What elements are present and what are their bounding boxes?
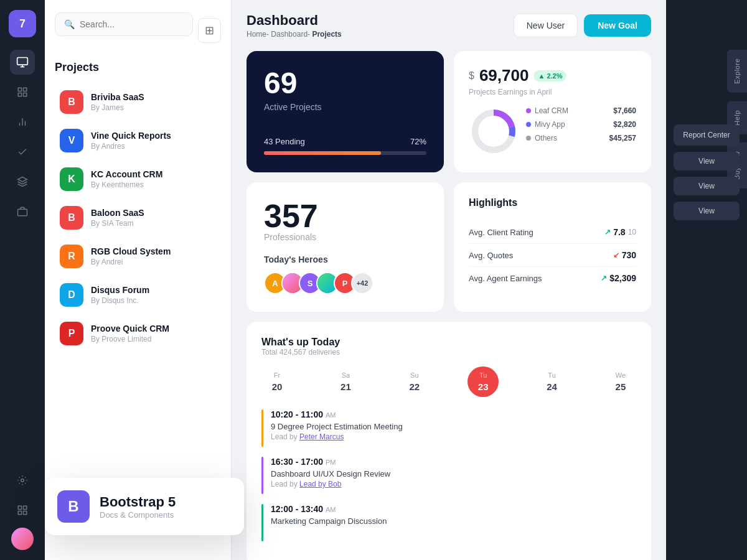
stats-row: 357 Professionals Today's Heroes A S P +… [247, 182, 651, 312]
event-name: Dashboard UI/UX Design Review [271, 469, 390, 478]
sidebar-icon-layers[interactable] [10, 169, 35, 194]
project-info: Proove Quick CRM By Proove Limited [91, 324, 216, 343]
view-button-3[interactable]: View [674, 202, 740, 220]
progress-info: 43 Pending 72% [264, 137, 426, 146]
earnings-amount: 69,700 [479, 66, 529, 85]
project-name: RGB Cloud System [91, 246, 216, 256]
calendar-day[interactable]: Fr20 [261, 366, 293, 397]
search-row: 🔍 ⊞ [55, 12, 221, 49]
project-logo: B [60, 90, 83, 114]
event-person-link[interactable]: Lead by Bob [299, 480, 341, 488]
project-item[interactable]: R RGB Cloud System By Andrei [55, 238, 221, 274]
event-person-link[interactable]: Peter Marcus [299, 432, 344, 441]
active-projects-card: 69 Active Projects 43 Pending 72% [247, 51, 444, 172]
sidebar-icon-chart[interactable] [10, 110, 35, 134]
progress-label: 43 Pending [264, 137, 305, 146]
sidebar-icon-widgets[interactable] [10, 498, 35, 523]
new-goal-button[interactable]: New Goal [584, 14, 651, 37]
highlight-val-rating: ↗ 7.8 10 [604, 227, 636, 237]
earnings-badge: ▲ 2.2% [533, 70, 566, 82]
view-button-2[interactable]: View [674, 177, 740, 195]
project-name: Vine Quick Reports [91, 131, 216, 141]
project-item[interactable]: K KC Account CRM By Keenthemes [55, 161, 221, 197]
project-info: RGB Cloud System By Andrei [91, 246, 216, 266]
project-name: KC Account CRM [91, 169, 216, 179]
calendar-title: What's up Today [261, 337, 636, 348]
project-item[interactable]: B Baloon SaaS By SIA Team [55, 200, 221, 236]
event-details: 12:00 - 13:40 AM Marketing Campaign Disc… [271, 504, 387, 527]
legend-row-others: Others $45,257 [526, 134, 636, 142]
project-name: Disqus Forum [91, 285, 216, 295]
user-avatar[interactable] [11, 528, 34, 550]
calendar-day[interactable]: Sa21 [330, 366, 361, 397]
highlight-row-rating: Avg. Client Rating ↗ 7.8 10 [469, 221, 636, 244]
progress-bar-bg [264, 151, 426, 155]
active-projects-number: 69 [264, 68, 426, 98]
svg-rect-14 [24, 506, 27, 509]
legend-dot-others [526, 136, 531, 141]
legend-row-mivy: Mivy App $2,820 [526, 120, 636, 129]
app-badge[interactable]: 7 [9, 10, 36, 37]
events-list: 10:20 - 11:00 AM 9 Degree Project Estima… [261, 409, 636, 541]
highlight-label-earnings: Avg. Agent Earnings [469, 274, 542, 283]
highlight-row-quotes: Avg. Quotes ↙ 730 [469, 244, 636, 267]
project-info: Briviba SaaS By James [91, 92, 216, 112]
svg-rect-6 [24, 93, 27, 96]
view-button-1[interactable]: View [674, 152, 740, 170]
calendar-day[interactable]: Tu24 [537, 366, 568, 397]
main-content: Dashboard Home- Dashboard- Projects New … [232, 0, 666, 560]
event-lead: Lead by Peter Marcus [271, 432, 403, 441]
highlight-label-rating: Avg. Client Rating [469, 228, 533, 237]
progress-bar-fill [264, 151, 381, 155]
page-title-area: Dashboard Home- Dashboard- Projects [247, 12, 342, 39]
search-bar[interactable]: 🔍 [55, 12, 193, 36]
professionals-number: 357 [264, 200, 426, 232]
calendar-day[interactable]: We25 [605, 366, 636, 397]
right-actions: Report Center View View View [666, 124, 747, 220]
cards-row-1: 69 Active Projects 43 Pending 72% $ 69,7… [247, 51, 651, 172]
professionals-label: Professionals [264, 232, 426, 242]
sidebar-icon-grid[interactable] [10, 80, 35, 105]
project-logo: K [60, 167, 83, 191]
filter-button[interactable]: ⊞ [198, 18, 221, 43]
event-details: 16:30 - 17:00 PM Dashboard UI/UX Design … [271, 457, 390, 488]
project-info: Baloon SaaS By SIA Team [91, 208, 216, 228]
new-user-button[interactable]: New User [514, 14, 578, 37]
projects-title: Projects [55, 61, 221, 74]
bootstrap-sub: Docs & Components [100, 510, 176, 520]
event-name: 9 Degree Project Estimation Meeting [271, 422, 403, 431]
legend-items: Leaf CRM $7,660 Mivy App $2,820 Others $… [526, 106, 636, 156]
project-by: By Andres [91, 142, 216, 151]
calendar-day[interactable]: Tu23 [467, 366, 499, 397]
bootstrap-title: Bootstrap 5 [100, 494, 176, 510]
project-name: Briviba SaaS [91, 92, 216, 102]
project-info: Disqus Forum By Disqus Inc. [91, 285, 216, 305]
project-by: By SIA Team [91, 219, 216, 228]
event-time: 16:30 - 17:00 PM [271, 457, 390, 467]
search-input[interactable] [80, 19, 184, 29]
sidebar-icon-check[interactable] [10, 139, 35, 164]
calendar-day[interactable]: Su22 [399, 366, 430, 397]
earnings-top: $ 69,700 ▲ 2.2% [469, 66, 636, 85]
legend-dot-mivy [526, 122, 531, 127]
project-by: By Proove Limited [91, 335, 216, 343]
trend-down-icon: ↙ [613, 251, 619, 259]
svg-rect-16 [24, 511, 27, 515]
project-by: By James [91, 103, 216, 112]
sidebar-icon-settings[interactable] [10, 468, 35, 493]
active-projects-label: Active Projects [264, 102, 426, 112]
project-item[interactable]: B Briviba SaaS By James [55, 84, 221, 120]
project-logo: D [60, 283, 83, 307]
sidebar-icon-briefcase[interactable] [10, 199, 35, 224]
event-lead: Lead by Lead by Bob [271, 480, 390, 488]
trend-up-icon-2: ↗ [601, 274, 607, 282]
project-item[interactable]: V Vine Quick Reports By Andres [55, 123, 221, 159]
event-item: 16:30 - 17:00 PM Dashboard UI/UX Design … [261, 457, 636, 494]
svg-point-12 [21, 479, 24, 482]
sidebar-icon-monitor[interactable] [10, 50, 35, 75]
project-item[interactable]: D Disqus Forum By Disqus Inc. [55, 277, 221, 313]
project-item[interactable]: P Proove Quick CRM By Proove Limited [55, 315, 221, 352]
explore-tab[interactable]: Explore [727, 50, 747, 93]
report-center-button[interactable]: Report Center [674, 124, 740, 146]
breadcrumb: Home- Dashboard- Projects [247, 30, 342, 39]
